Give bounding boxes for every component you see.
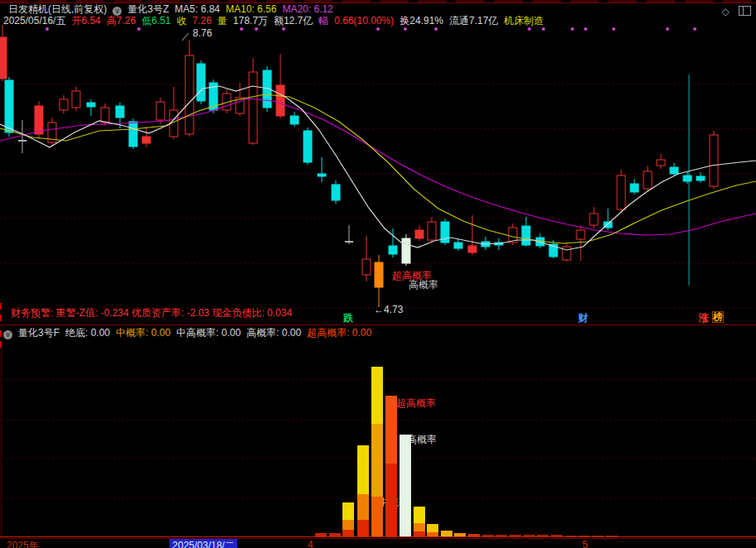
marker-dot	[666, 27, 669, 31]
candle-body	[72, 91, 80, 108]
peak-arrow	[182, 33, 189, 41]
left-edge-mark	[0, 315, 2, 321]
candle-body	[630, 184, 639, 192]
candle-body	[87, 103, 95, 107]
candle-body	[454, 243, 462, 248]
tag-die[interactable]: 跌	[343, 311, 353, 325]
candle-body	[5, 80, 13, 132]
probability-bar	[414, 507, 425, 523]
signal-label-chart-gao: 高概率	[409, 279, 438, 291]
ma20-line	[0, 99, 756, 235]
candle-body	[657, 160, 665, 166]
probability-bar	[427, 524, 438, 532]
marker-dot	[45, 27, 49, 31]
indicator-header-row: ∨量化3号F绝底: 0.00中概率: 0.00中高概率: 0.00高概率: 0.…	[3, 327, 377, 339]
candle-body	[522, 226, 530, 245]
candle-body	[304, 131, 312, 162]
chaogao-value: 超高概率: 0.00	[307, 327, 371, 339]
tag-bang[interactable]: 榜	[712, 311, 724, 323]
chart-canvas[interactable]: 8.76超高概率高概率←4.73超高概率高概率中概率	[0, 0, 756, 548]
candle-body	[276, 85, 285, 116]
candle-body	[332, 185, 340, 200]
date-axis[interactable]: 2025年 2025/03/18/二 45	[0, 539, 756, 548]
pane-divider	[0, 324, 756, 325]
candle-body	[710, 135, 718, 186]
indicator-name-sub[interactable]: 量化3号F	[18, 327, 60, 339]
candle-body	[402, 238, 410, 263]
candle-body	[696, 176, 705, 180]
candle-body	[590, 214, 598, 225]
candle-body	[116, 106, 124, 118]
axis-year-label: 2025年	[7, 539, 39, 548]
candle-body	[35, 106, 43, 134]
candle-body	[644, 171, 652, 189]
ma10-line	[0, 94, 756, 243]
candle-body	[375, 262, 383, 287]
marker-dot	[612, 27, 615, 31]
candle-body	[389, 246, 397, 254]
probability-bar	[414, 523, 425, 531]
probability-bar	[342, 502, 354, 520]
candle-body	[617, 175, 625, 209]
month-tick-4: 4	[308, 539, 313, 548]
candle-body	[129, 122, 137, 147]
marker-dot	[528, 27, 531, 31]
candle-body	[142, 137, 151, 143]
candle-body	[0, 37, 7, 79]
probability-bar	[371, 497, 383, 536]
candle-body	[185, 55, 194, 134]
candle-body	[249, 72, 257, 143]
candle-body	[428, 222, 436, 240]
probability-bar	[357, 494, 369, 520]
marker-dot	[542, 27, 545, 31]
marker-dot	[376, 27, 380, 31]
left-edge-mark	[0, 341, 2, 348]
candle-body	[415, 230, 423, 238]
candle-body	[468, 246, 476, 252]
candle-body	[670, 167, 678, 174]
probability-bar	[441, 531, 452, 536]
axis-line	[0, 536, 756, 537]
probability-bar	[371, 424, 383, 497]
probability-bar	[357, 445, 369, 494]
probability-bar	[385, 396, 397, 464]
marker-dot	[693, 27, 696, 31]
axis-selected-date[interactable]: 2025/03/18/二	[170, 539, 237, 548]
month-tick-5: 5	[582, 539, 588, 548]
probability-bar	[357, 520, 369, 536]
gao-value: 高概率: 0.00	[246, 327, 301, 339]
marker-dot	[404, 27, 407, 31]
candle-body	[683, 175, 691, 181]
juedi-value: 绝底: 0.00	[65, 327, 110, 339]
probability-bar	[371, 367, 383, 424]
candle-body	[101, 108, 109, 123]
marker-dot	[584, 27, 587, 31]
candle-doji	[345, 241, 353, 243]
left-pane-border	[1, 348, 2, 536]
financial-warning-text: 财务预警: 重警-Z值: -0.234 优质资产率: -2.03 现金负债比: …	[11, 306, 292, 320]
marker-dot	[240, 27, 243, 31]
probability-bar	[342, 530, 354, 536]
candle-doji	[18, 140, 26, 142]
marker-dot	[282, 27, 285, 31]
candle-body	[318, 174, 326, 176]
tag-zhang[interactable]: 涨	[699, 311, 709, 325]
left-edge-mark	[0, 330, 2, 337]
left-edge-mark	[0, 303, 2, 310]
marker-dot	[255, 27, 258, 31]
candle-body	[577, 230, 585, 239]
marker-dot	[434, 27, 438, 31]
probability-bar	[342, 520, 354, 530]
candle-body	[156, 102, 165, 120]
tag-cai[interactable]: 财	[578, 311, 588, 325]
zhong-value: 中概率: 0.00	[116, 327, 170, 339]
candle-body	[290, 116, 299, 124]
zhonggao-value: 中高概率: 0.00	[176, 327, 241, 339]
peak-price-label: 8.76	[193, 27, 213, 39]
trading-app-window: 日发精机(日线,前复权)∨量化3号ZMA5: 6.84MA10: 6.56MA2…	[0, 0, 756, 548]
ma5-line	[0, 86, 756, 250]
marker-dot	[137, 27, 141, 31]
indicator-collapse-icon[interactable]: ∨	[3, 330, 12, 339]
marker-dot	[571, 27, 574, 31]
probability-bar	[385, 464, 397, 536]
